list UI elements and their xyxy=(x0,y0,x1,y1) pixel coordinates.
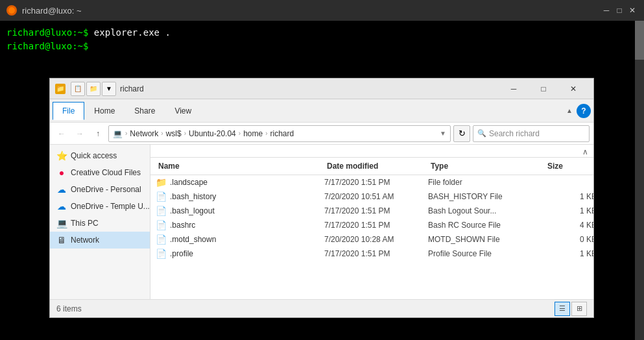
qa-dropdown-button[interactable]: ▼ xyxy=(102,82,116,96)
explorer-window: 📋 📁 ▼ richard ─ □ ✕ File Home Share View… xyxy=(49,78,594,318)
ribbon-expand-button[interactable]: ▲ xyxy=(562,104,577,118)
sidebar-item-creative-cloud[interactable]: ● Creative Cloud Files xyxy=(50,164,150,181)
statusbar-count: 6 items xyxy=(56,304,82,313)
table-row[interactable]: 📁 .landscape 7/17/2020 1:51 PM File fold… xyxy=(150,175,593,189)
file-icon: 📄 xyxy=(156,206,166,216)
sidebar-item-network[interactable]: 🖥 Network xyxy=(50,232,150,249)
this-pc-icon: 💻 xyxy=(56,218,67,228)
col-header-size[interactable]: Size xyxy=(545,160,593,172)
file-size-cell: 0 KB xyxy=(545,235,593,244)
table-row[interactable]: 📄 .bash_logout 7/17/2020 1:51 PM Bash Lo… xyxy=(150,204,593,218)
terminal-line1: richard@luxo:~$ explorer.exe . xyxy=(6,26,638,40)
search-placeholder-text: Search richard xyxy=(489,129,540,138)
sidebar-label-network: Network xyxy=(71,236,99,245)
address-path[interactable]: 💻 › Network › wsl$ › Ubuntu-20.04 › home… xyxy=(108,125,451,142)
search-icon: 🔍 xyxy=(477,129,486,138)
terminal-scrollbar[interactable] xyxy=(635,21,644,340)
sidebar-item-quick-access[interactable]: ⭐ Quick access xyxy=(50,147,150,164)
file-list: ∧ Name Date modified Type Size 📁 .landsc… xyxy=(150,145,593,299)
details-view-button[interactable]: ☰ xyxy=(555,302,570,316)
onedrive-personal-icon: ☁ xyxy=(56,184,67,195)
ribbon-tab-share[interactable]: Share xyxy=(125,102,165,119)
back-button[interactable]: ← xyxy=(54,126,69,141)
file-size-cell: 4 KB xyxy=(545,221,593,230)
file-icon: 📄 xyxy=(156,234,166,245)
file-date-cell: 7/20/2020 10:51 AM xyxy=(324,192,428,201)
sidebar-label-onedrive-temple: OneDrive - Temple U... xyxy=(71,202,150,211)
view-toggle-buttons: ☰ ⊞ xyxy=(555,302,587,316)
close-button[interactable]: ✕ xyxy=(558,79,588,99)
file-type-cell: BASH_HISTORY File xyxy=(428,192,545,201)
path-segment-home[interactable]: home xyxy=(243,129,263,138)
file-name-cell: 📄 .motd_shown xyxy=(156,234,324,245)
file-name-text: .bashrc xyxy=(170,221,195,230)
file-type-cell: MOTD_SHOWN File xyxy=(428,235,545,244)
path-sep-3: › xyxy=(184,130,186,137)
table-row[interactable]: 📄 .profile 7/17/2020 1:51 PM Profile Sou… xyxy=(150,247,593,261)
sidebar-item-this-pc[interactable]: 💻 This PC xyxy=(50,215,150,232)
main-area: ⭐ Quick access ● Creative Cloud Files ☁ … xyxy=(50,145,593,299)
refresh-button[interactable]: ↻ xyxy=(453,125,470,142)
terminal-app-icon xyxy=(6,5,17,16)
path-segment-pc[interactable]: 💻 xyxy=(113,129,123,138)
file-date-cell: 7/17/2020 1:51 PM xyxy=(324,178,428,187)
sidebar-item-onedrive-temple[interactable]: ☁ OneDrive - Temple U... xyxy=(50,198,150,215)
path-segment-richard[interactable]: richard xyxy=(270,129,294,138)
file-name-cell: 📁 .landscape xyxy=(156,177,324,188)
file-name-text: .landscape xyxy=(170,178,208,187)
terminal-maximize-button[interactable]: □ xyxy=(614,5,625,16)
col-header-type[interactable]: Type xyxy=(428,160,545,172)
terminal-prompt2: richard@luxo:~$ xyxy=(6,41,88,51)
file-name-text: .profile xyxy=(170,249,193,258)
terminal-close-button[interactable]: ✕ xyxy=(627,5,638,16)
sidebar-label-quick-access: Quick access xyxy=(71,151,117,160)
file-date-cell: 7/17/2020 1:51 PM xyxy=(324,221,428,230)
file-size-cell: 1 KB xyxy=(545,249,593,258)
file-date-cell: 7/17/2020 1:51 PM xyxy=(324,249,428,258)
file-name-text: .bash_logout xyxy=(170,206,215,215)
terminal-minimize-button[interactable]: ─ xyxy=(601,5,612,16)
path-sep-2: › xyxy=(161,130,163,137)
sidebar-label-this-pc: This PC xyxy=(71,219,99,228)
col-header-date[interactable]: Date modified xyxy=(324,160,428,172)
terminal-cmd1: explorer.exe . xyxy=(94,27,171,38)
path-segment-ubuntu[interactable]: Ubuntu-20.04 xyxy=(189,129,236,138)
file-type-cell: Profile Source File xyxy=(428,249,545,258)
forward-button[interactable]: → xyxy=(72,126,88,141)
sidebar-item-onedrive-personal[interactable]: ☁ OneDrive - Personal xyxy=(50,181,150,198)
path-segment-wsl[interactable]: wsl$ xyxy=(166,129,182,138)
ribbon-tab-home[interactable]: Home xyxy=(84,102,125,119)
explorer-titlebar: 📋 📁 ▼ richard ─ □ ✕ xyxy=(50,79,593,99)
minimize-button[interactable]: ─ xyxy=(499,79,529,99)
search-box[interactable]: 🔍 Search richard xyxy=(473,125,590,142)
file-name-text: .bash_history xyxy=(170,192,216,201)
qa-properties-button[interactable]: 📋 xyxy=(71,82,85,96)
large-icons-view-button[interactable]: ⊞ xyxy=(571,302,587,316)
sidebar-label-creative-cloud: Creative Cloud Files xyxy=(71,168,141,177)
file-size-cell: 1 KB xyxy=(545,206,593,215)
folder-icon: 📁 xyxy=(156,177,166,188)
help-button[interactable]: ? xyxy=(577,104,591,118)
path-dropdown-button[interactable]: ▼ xyxy=(440,130,446,137)
window-controls: ─ □ ✕ xyxy=(499,79,588,99)
path-sep-5: › xyxy=(265,130,267,137)
table-row[interactable]: 📄 .motd_shown 7/20/2020 10:28 AM MOTD_SH… xyxy=(150,232,593,247)
path-segment-network[interactable]: Network xyxy=(130,129,158,138)
ribbon-tab-file[interactable]: File xyxy=(53,102,84,120)
path-sep-1: › xyxy=(125,130,127,137)
terminal-controls: ─ □ ✕ xyxy=(601,5,638,16)
table-row[interactable]: 📄 .bashrc 7/17/2020 1:51 PM Bash RC Sour… xyxy=(150,218,593,232)
file-date-cell: 7/17/2020 1:51 PM xyxy=(324,206,428,215)
network-icon: 🖥 xyxy=(56,235,67,245)
file-name-cell: 📄 .profile xyxy=(156,249,324,259)
qa-new-folder-button[interactable]: 📁 xyxy=(86,82,101,96)
table-row[interactable]: 📄 .bash_history 7/20/2020 10:51 AM BASH_… xyxy=(150,189,593,204)
col-header-name[interactable]: Name xyxy=(156,160,324,172)
ribbon-tab-view[interactable]: View xyxy=(165,102,201,119)
up-button[interactable]: ↑ xyxy=(90,126,106,141)
file-icon: 📄 xyxy=(156,191,166,202)
maximize-button[interactable]: □ xyxy=(529,79,558,99)
file-rows-container: 📁 .landscape 7/17/2020 1:51 PM File fold… xyxy=(150,175,593,261)
sort-up-button[interactable]: ∧ xyxy=(150,145,593,158)
terminal-titlebar: richard@luxo: ~ ─ □ ✕ xyxy=(0,0,644,21)
